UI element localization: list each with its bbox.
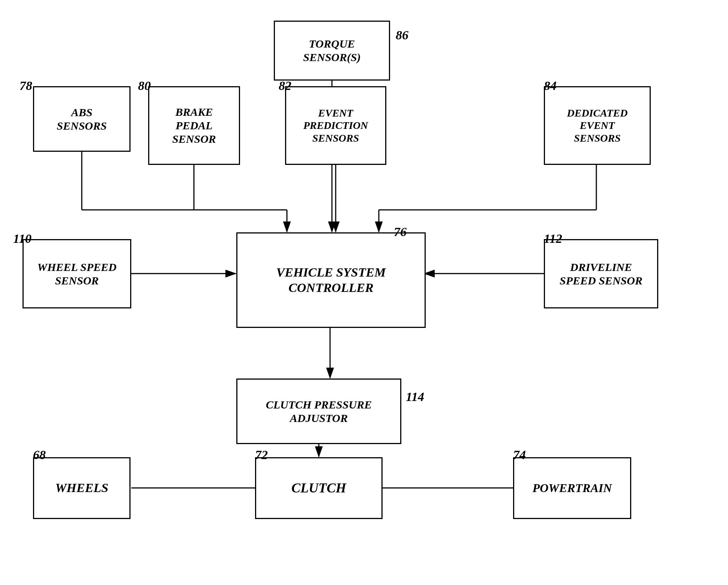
wheels-label: WHEELS (55, 480, 108, 496)
clutch-pressure-adjustor-box: CLUTCH PRESSUREADJUSTOR (236, 379, 401, 444)
brake-pedal-sensor-label: BRAKEPEDALSENSOR (172, 105, 216, 146)
clutch-box: CLUTCH (255, 457, 383, 519)
ref-72: 72 (255, 448, 268, 462)
wheels-box: WHEELS (33, 457, 131, 519)
vehicle-system-controller-label: VEHICLE SYSTEMCONTROLLER (276, 265, 386, 296)
event-prediction-box: EVENTPREDICTIONSENSORS (285, 86, 386, 165)
ref-84: 84 (544, 79, 557, 93)
event-prediction-label: EVENTPREDICTIONSENSORS (303, 107, 368, 145)
ref-76: 76 (394, 225, 407, 239)
wheel-speed-sensor-label: WHEEL SPEEDSENSOR (37, 260, 116, 287)
abs-sensors-label: ABSSENSORS (57, 106, 107, 133)
ref-78: 78 (20, 79, 32, 93)
ref-112: 112 (544, 232, 562, 246)
ref-86: 86 (396, 28, 408, 42)
ref-80: 80 (138, 79, 151, 93)
diagram: TORQUESENSOR(S) 86 ABSSENSORS 78 BRAKEPE… (0, 0, 728, 585)
driveline-speed-sensor-label: DRIVELINESPEED SENSOR (560, 260, 642, 287)
brake-pedal-sensor-box: BRAKEPEDALSENSOR (148, 86, 240, 165)
ref-82: 82 (279, 79, 291, 93)
ref-114: 114 (406, 390, 424, 404)
powertrain-box: POWERTRAIN (513, 457, 631, 519)
clutch-label: CLUTCH (291, 480, 346, 496)
ref-68: 68 (33, 448, 46, 462)
torque-sensor-box: TORQUESENSOR(S) (274, 21, 390, 81)
driveline-speed-sensor-box: DRIVELINESPEED SENSOR (544, 239, 658, 308)
dedicated-event-box: DEDICATEDEVENTSENSORS (544, 86, 651, 165)
ref-74: 74 (513, 448, 526, 462)
wheel-speed-sensor-box: WHEEL SPEEDSENSOR (23, 239, 131, 308)
powertrain-label: POWERTRAIN (533, 481, 612, 495)
clutch-pressure-adjustor-label: CLUTCH PRESSUREADJUSTOR (266, 398, 372, 425)
vehicle-system-controller-box: VEHICLE SYSTEMCONTROLLER (236, 232, 426, 328)
dedicated-event-label: DEDICATEDEVENTSENSORS (567, 107, 628, 145)
abs-sensors-box: ABSSENSORS (33, 86, 131, 152)
ref-110: 110 (13, 232, 32, 246)
torque-sensor-label: TORQUESENSOR(S) (303, 37, 360, 64)
